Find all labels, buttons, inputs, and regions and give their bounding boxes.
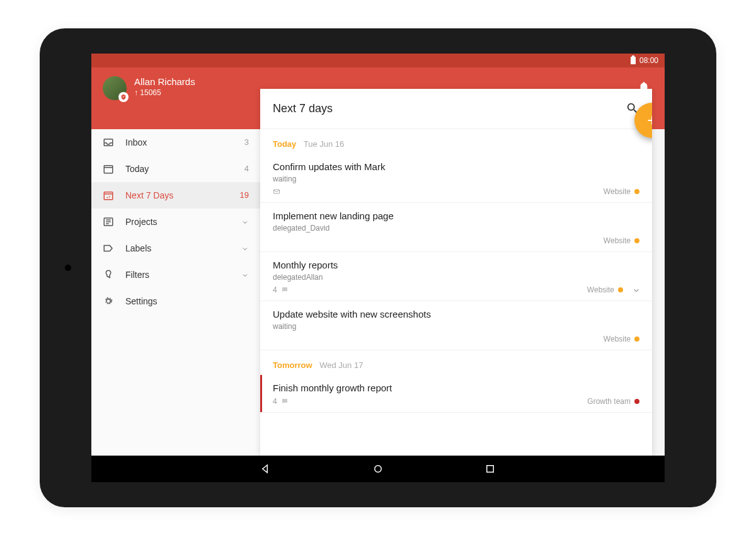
task-list-body[interactable]: Today Tue Jun 16 Confirm updates with Ma… <box>260 129 652 456</box>
avatar[interactable] <box>103 76 127 100</box>
task-title: Monthly reports <box>273 260 639 270</box>
section-header-tomorrow: Tomorrow Wed Jun 17 <box>260 350 652 375</box>
inbox-icon <box>103 137 114 148</box>
sidebar-item-label: Labels <box>125 243 230 253</box>
recents-button[interactable] <box>484 463 496 475</box>
project-color-dot <box>634 337 639 342</box>
task-title: Confirm updates with Mark <box>273 161 639 172</box>
task-subtitle: delegatedAllan <box>273 273 639 282</box>
project-color-dot <box>618 287 623 292</box>
sidebar-item-count: 3 <box>244 137 249 147</box>
status-time: 08:00 <box>639 56 658 65</box>
sidebar: Inbox 3 Today 4 +7 Next 7 Days 19 <box>91 129 260 456</box>
chevron-down-icon <box>241 218 249 226</box>
user-name: Allan Richards <box>134 76 195 87</box>
task-comment-count: 4 <box>273 285 277 294</box>
sidebar-item-count: 19 <box>240 190 249 200</box>
svg-rect-1 <box>104 165 113 173</box>
task-subtitle: waiting <box>273 175 639 183</box>
task-project: Website <box>604 236 631 245</box>
task-title: Finish monthly growth report <box>273 383 639 393</box>
project-color-dot <box>634 399 639 404</box>
status-bar: 08:00 <box>91 54 665 67</box>
screen: 08:00 Allan Richards ↑ 15065 <box>91 54 665 482</box>
task-item[interactable]: Update website with new screenshots wait… <box>260 301 652 350</box>
sidebar-item-projects[interactable]: Projects <box>91 209 260 235</box>
calendar-week-icon: +7 <box>103 190 114 201</box>
task-title: Update website with new screenshots <box>273 309 639 319</box>
filter-icon <box>103 269 114 280</box>
task-project: Website <box>604 335 631 343</box>
android-nav-bar <box>91 456 665 482</box>
sidebar-item-label: Filters <box>125 270 230 280</box>
chevron-down-icon <box>241 244 249 252</box>
projects-icon <box>103 216 114 227</box>
sidebar-item-next7days[interactable]: +7 Next 7 Days 19 <box>91 182 260 209</box>
task-project: Website <box>604 187 631 196</box>
sidebar-item-label: Inbox <box>125 137 233 147</box>
chevron-down-icon <box>241 271 249 279</box>
project-color-dot <box>634 189 639 194</box>
task-item[interactable]: Implement new landing page delegated_Dav… <box>260 203 652 252</box>
sidebar-item-settings[interactable]: Settings <box>91 288 260 314</box>
sidebar-item-today[interactable]: Today 4 <box>91 156 260 182</box>
mail-icon <box>273 188 280 195</box>
main-panel: Next 7 days Today Tue Jun 16 <box>260 129 665 456</box>
tablet-camera <box>65 265 71 271</box>
svg-point-6 <box>375 465 382 472</box>
tag-icon <box>103 243 114 254</box>
task-item[interactable]: Finish monthly growth report 4 Growth t <box>260 375 652 413</box>
battery-icon <box>631 57 636 64</box>
sidebar-item-label: Settings <box>125 296 249 306</box>
sidebar-item-label: Today <box>125 164 233 174</box>
task-item[interactable]: Confirm updates with Mark waiting Websit… <box>260 154 652 203</box>
section-name: Today <box>273 139 296 149</box>
user-info: Allan Richards ↑ 15065 <box>134 76 195 97</box>
sidebar-item-filters[interactable]: Filters <box>91 262 260 288</box>
task-title: Implement new landing page <box>273 210 639 221</box>
user-karma: ↑ 15065 <box>134 88 195 97</box>
task-subtitle: waiting <box>273 322 639 331</box>
section-name: Tomorrow <box>273 360 312 370</box>
task-list-card: Next 7 days Today Tue Jun 16 <box>260 89 652 456</box>
page-title: Next 7 days <box>273 102 626 115</box>
task-project: Website <box>587 285 614 294</box>
comment-icon <box>281 398 289 405</box>
content-area: Inbox 3 Today 4 +7 Next 7 Days 19 <box>91 129 665 456</box>
avatar-badge-icon <box>118 92 129 102</box>
card-header: Next 7 days <box>260 89 652 129</box>
comment-icon <box>281 286 289 294</box>
sidebar-item-label: Next 7 Days <box>125 190 229 200</box>
section-header-today: Today Tue Jun 16 <box>260 129 652 154</box>
task-subtitle: delegated_David <box>273 224 639 233</box>
task-comment-count: 4 <box>273 397 277 406</box>
back-button[interactable] <box>260 463 272 475</box>
sidebar-item-labels[interactable]: Labels <box>91 235 260 262</box>
section-date: Wed Jun 17 <box>319 360 363 370</box>
home-button[interactable] <box>372 463 384 475</box>
sidebar-item-count: 4 <box>244 164 249 173</box>
gear-icon <box>103 296 114 307</box>
calendar-icon <box>103 163 114 175</box>
sidebar-item-inbox[interactable]: Inbox 3 <box>91 129 260 156</box>
svg-text:+7: +7 <box>106 195 112 198</box>
tablet-frame: 08:00 Allan Richards ↑ 15065 <box>40 28 716 507</box>
project-color-dot <box>634 238 639 243</box>
task-project: Growth team <box>587 397 631 406</box>
task-item[interactable]: Monthly reports delegatedAllan 4 <box>260 252 652 301</box>
chevron-down-icon[interactable] <box>632 286 639 294</box>
svg-rect-7 <box>487 465 494 472</box>
sidebar-item-label: Projects <box>125 217 230 227</box>
section-date: Tue Jun 16 <box>304 139 345 149</box>
